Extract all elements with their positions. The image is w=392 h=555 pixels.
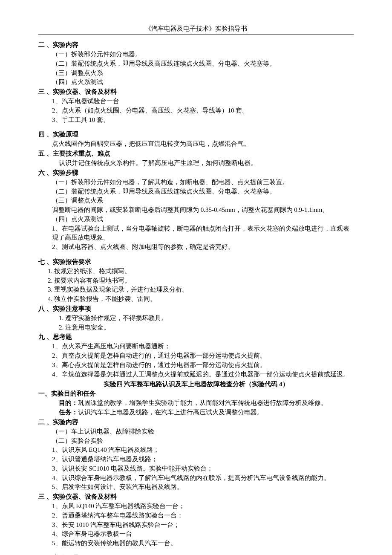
exp4-s2-item: （一）车上认识电器、故障排除实验 xyxy=(38,427,354,436)
section-6-item: 调整断电器的间隙，或安装新断电器后调整其间隙为 0.35-0.45mm，调整火花… xyxy=(38,205,354,215)
section-2-title: 二 、实验内容 xyxy=(38,41,354,49)
section-2-item: （三）调整点火系 xyxy=(38,69,354,78)
task-text: 认识汽车车上电器及线路，在汽车上进行高压试火及调整分电器。 xyxy=(78,409,263,416)
task-label: 任务： xyxy=(59,409,78,416)
exp4-s2-item: 2、认识普通桑塔纳汽车电器及线路； xyxy=(38,455,354,464)
section-8-title: 八 、实验注意事项 xyxy=(38,305,354,313)
section-6-item: （三）调整点火系 xyxy=(38,196,354,205)
section-6-title: 六 、实验步骤 xyxy=(38,169,354,177)
section-4-text: 点火线圈作为自耦变压器，把低压直流电转变为高压电，点燃混合气。 xyxy=(38,139,354,149)
section-5-title: 五 、主要技术重点、难点 xyxy=(38,150,354,158)
section-2-item: （四）点火系测试 xyxy=(38,78,354,87)
exp4-s3-item: 2、普通桑塔纳汽车整车电器线路实验台一台； xyxy=(38,511,354,520)
section-7-item: 4. 独立作实验报告，不能抄袭、雷同。 xyxy=(38,295,354,304)
page-header-title: 《汽车电器及电子技术》实验指导书 xyxy=(38,25,354,35)
section-3-item: 3、手工工具 10 套。 xyxy=(38,116,354,125)
exp4-s3-item: 1、东风 EQ140 汽车整车电器线路实验台一台； xyxy=(38,502,354,511)
exp4-section-1-title: 一、实验目的和任务 xyxy=(38,390,354,398)
exp4-s2-item: 1、认识东风 EQ140 汽车电器及线路； xyxy=(38,445,354,455)
exp4-s2-item: 4、认识综合车身电器示教板，了解汽车电气线路的内在联系，提高分析汽车电气设备线路… xyxy=(38,474,354,483)
section-7-item: 3. 重视实验数据及现象记录，并进行处理及分析。 xyxy=(38,285,354,295)
section-6-item: （一）拆装部分元件如分电器，了解其构造，如断电器、配电器、点火提前三装置。 xyxy=(38,178,354,187)
goal-label: 目的： xyxy=(59,399,78,406)
section-2-item: （二）装配传统点火系，即用导线及高压线连续点火线圈、分电器、火花塞等。 xyxy=(38,59,354,69)
section-7-title: 七 、实验报告要求 xyxy=(38,258,354,266)
section-7-item: 2. 按要求内容有条理地书写。 xyxy=(38,276,354,286)
exp4-s2-item: （二）实验台实验 xyxy=(38,436,354,446)
experiment-4-title: 实验四 汽车整车电路认识及车上电器故障检查分析（实验代码 4） xyxy=(38,380,354,388)
section-9-title: 九 、思考题 xyxy=(38,333,354,341)
section-9-item: 2、真空点火提前是怎样自动进行的，通过分电器那一部分运动使点火提前。 xyxy=(38,351,354,361)
section-4-title: 四 、实验原理 xyxy=(38,130,354,139)
section-7-item: 1. 按规定的纸张、格式撰写。 xyxy=(38,267,354,276)
section-3-item: 2、点火系（如点火线圈、分电器、高压线、火花塞、导线等）10 套。 xyxy=(38,106,354,116)
exp4-goal: 目的：巩固课堂的教学，增强学生实验动手能力，从而能对汽车传统电器进行故障分析及维… xyxy=(38,399,354,408)
section-5-text: 认识并记住传统点火系构件。了解高压电产生原理，如何调整断电器。 xyxy=(38,159,354,168)
section-8-item: 2. 注意用电安全。 xyxy=(38,323,354,332)
exp4-task: 任务：认识汽车车上电器及线路，在汽车上进行高压试火及调整分电器。 xyxy=(38,408,354,417)
section-2-item: （一）拆装部分元件如分电器。 xyxy=(38,50,354,59)
section-9-item: 3、离心点火提前是怎样自动进行的，通过分电器那一部分运动使点火提前。 xyxy=(38,361,354,370)
section-6-para1: 1、在电器试验台上测试，当分电器轴旋转，断电器的触点闭合打开，表示火花塞的尖端放… xyxy=(38,224,354,243)
exp4-s2-item: 5、启发学生如何设计、安装汽车电器及线路。 xyxy=(38,483,354,492)
section-9-item: 1、点火系产生高压电为何要断电器通断； xyxy=(38,342,354,351)
section-9-item: 4、辛烷值选择器是怎样通过人工调整点火提前或延迟的。是通过分电器那一部分运动使点… xyxy=(38,370,354,379)
exp4-section-2-title: 二 、实验内容 xyxy=(38,418,354,426)
document-page: 《汽车电器及电子技术》实验指导书 二 、实验内容 （一）拆装部分元件如分电器。 … xyxy=(0,0,392,555)
exp4-s3-item: 4、综合车身电器示教板一台 xyxy=(38,529,354,539)
section-6-para2: 2、测试电容器、点火线圈、附加电阻等的参数，确定是否完好。 xyxy=(38,243,354,252)
goal-text: 巩固课堂的教学，增强学生实验动手能力，从而能对汽车传统电器进行故障分析及维修。 xyxy=(78,399,327,406)
exp4-s2-item: 3、认识长安 SC1010 电器及线路。实验中能开动实验台； xyxy=(38,464,354,474)
exp4-s3-item: 3、长安 1010 汽车整车电器线路实验台一台； xyxy=(38,520,354,530)
exp4-s3-item: 5、能运转的安装传统电器的教具汽车一台。 xyxy=(38,539,354,548)
section-3-item: 1、汽车电器试验台一台 xyxy=(38,97,354,106)
section-6-item: （四）点火系测试 xyxy=(38,215,354,224)
exp4-section-3-title: 三 、实验仪器、设备及材料 xyxy=(38,493,354,501)
section-8-item: 1. 遵守实验操作规定，不得损坏教具。 xyxy=(38,314,354,323)
section-3-title: 三 、实验仪器、设备及材料 xyxy=(38,88,354,96)
section-6-item: （二）装配传统点火系，即用导线及高压线连续点火线圈、分电器、火花塞等。 xyxy=(38,187,354,197)
